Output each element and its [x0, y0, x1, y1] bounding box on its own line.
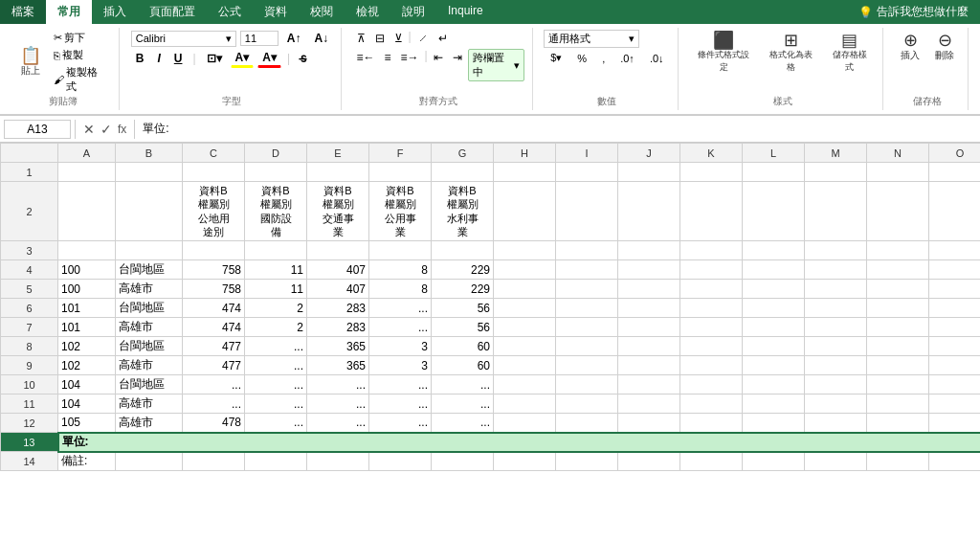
cell-b2[interactable] — [116, 182, 183, 241]
cell-h4[interactable] — [494, 260, 556, 280]
col-header-l[interactable]: L — [743, 144, 805, 163]
cell-l8[interactable] — [743, 337, 805, 356]
conditional-format-button[interactable]: ⬛ 條件式格式設定 — [690, 30, 758, 76]
cell-i8[interactable] — [556, 337, 618, 356]
tab-data[interactable]: 資料 — [253, 0, 299, 24]
cell-b6[interactable]: 台閩地區 — [116, 299, 183, 318]
cell-j7[interactable] — [618, 318, 680, 337]
cell-e9[interactable]: 365 — [307, 356, 369, 375]
row-header-10[interactable]: 10 — [1, 375, 58, 394]
cell-c2[interactable]: 資料B 權屬別 公地用 途別 — [183, 182, 245, 241]
cell-j2[interactable] — [618, 182, 680, 241]
cell-h8[interactable] — [494, 337, 556, 356]
row-header-1[interactable]: 1 — [1, 163, 58, 182]
cell-a2[interactable] — [58, 182, 116, 241]
tab-insert[interactable]: 插入 — [92, 0, 138, 24]
cell-k9[interactable] — [680, 356, 743, 375]
cell-b4[interactable]: 台閩地區 — [116, 260, 183, 280]
cell-e1[interactable] — [307, 163, 369, 182]
cell-d10[interactable]: ... — [245, 375, 307, 394]
cell-f4[interactable]: 8 — [369, 260, 432, 280]
wrap-text-button[interactable]: ↵ — [434, 30, 452, 47]
cell-b10[interactable]: 台閩地區 — [116, 375, 183, 394]
cell-n7[interactable] — [867, 318, 929, 337]
cell-m8[interactable] — [805, 337, 867, 356]
cell-d6[interactable]: 2 — [245, 299, 307, 318]
tab-review[interactable]: 校閱 — [299, 0, 345, 24]
col-header-g[interactable]: G — [432, 144, 494, 163]
text-angle-button[interactable]: ⟋ — [413, 30, 433, 47]
cell-i2[interactable] — [556, 182, 618, 241]
cell-n11[interactable] — [867, 394, 929, 414]
cell-a11[interactable]: 104 — [58, 394, 116, 414]
row-header-14[interactable]: 14 — [1, 452, 58, 471]
row-header-13[interactable]: 13 — [1, 433, 58, 452]
cell-b8[interactable]: 台閩地區 — [116, 337, 183, 356]
cell-d11[interactable]: ... — [245, 394, 307, 414]
cell-k6[interactable] — [680, 299, 743, 318]
col-header-i[interactable]: I — [556, 144, 618, 163]
cell-e7[interactable]: 283 — [307, 318, 369, 337]
row-header-2[interactable]: 2 — [1, 182, 58, 241]
cell-i5[interactable] — [556, 280, 618, 299]
cell-h11[interactable] — [494, 394, 556, 414]
cell-o14[interactable] — [929, 452, 981, 471]
tab-formulas[interactable]: 公式 — [207, 0, 253, 24]
cell-n6[interactable] — [867, 299, 929, 318]
cell-d2[interactable]: 資料B 權屬別 國防設 備 — [245, 182, 307, 241]
cell-f2[interactable]: 資料B 權屬別 公用事 業 — [369, 182, 432, 241]
cell-g7[interactable]: 56 — [432, 318, 494, 337]
cell-c11[interactable]: ... — [183, 394, 245, 414]
cancel-formula-icon[interactable]: ✕ — [83, 122, 95, 137]
cell-a4[interactable]: 100 — [58, 260, 116, 280]
bold-button[interactable]: B — [131, 50, 149, 67]
align-right-button[interactable]: ≡→ — [397, 49, 423, 81]
cell-f3[interactable] — [369, 241, 432, 260]
cell-h2[interactable] — [494, 182, 556, 241]
cell-j5[interactable] — [618, 280, 680, 299]
cell-d1[interactable] — [245, 163, 307, 182]
cell-e8[interactable]: 365 — [307, 337, 369, 356]
cell-i14[interactable] — [556, 452, 618, 471]
tab-inquire[interactable]: Inquire — [436, 0, 495, 24]
cell-e3[interactable] — [307, 241, 369, 260]
cell-g8[interactable]: 60 — [432, 337, 494, 356]
cell-k11[interactable] — [680, 394, 743, 414]
cell-l10[interactable] — [743, 375, 805, 394]
cell-o6[interactable] — [929, 299, 981, 318]
row-header-8[interactable]: 8 — [1, 337, 58, 356]
cell-h3[interactable] — [494, 241, 556, 260]
cell-a3[interactable] — [58, 241, 116, 260]
cell-n5[interactable] — [867, 280, 929, 299]
cell-f7[interactable]: ... — [369, 318, 432, 337]
cell-o2[interactable] — [929, 182, 981, 241]
row-header-4[interactable]: 4 — [1, 260, 58, 280]
cell-c5[interactable]: 758 — [183, 280, 245, 299]
cell-k7[interactable] — [680, 318, 743, 337]
cell-n12[interactable] — [867, 414, 929, 433]
cell-f1[interactable] — [369, 163, 432, 182]
cell-i1[interactable] — [556, 163, 618, 182]
cell-e11[interactable]: ... — [307, 394, 369, 414]
cell-b12[interactable]: 高雄市 — [116, 414, 183, 433]
cell-d12[interactable]: ... — [245, 414, 307, 433]
cell-g6[interactable]: 56 — [432, 299, 494, 318]
row-header-7[interactable]: 7 — [1, 318, 58, 337]
copy-button[interactable]: ⎘ 複製 — [50, 47, 111, 63]
spreadsheet-container[interactable]: A B C D E F G H I J K L M N O P Q — [0, 143, 980, 541]
cell-c3[interactable] — [183, 241, 245, 260]
cell-g9[interactable]: 60 — [432, 356, 494, 375]
cell-g4[interactable]: 229 — [432, 260, 494, 280]
cell-g3[interactable] — [432, 241, 494, 260]
font-name-dropdown[interactable]: Calibri ▾ — [131, 31, 236, 47]
cell-l14[interactable] — [743, 452, 805, 471]
cell-o7[interactable] — [929, 318, 981, 337]
underline-button[interactable]: U — [169, 50, 188, 67]
cell-m14[interactable] — [805, 452, 867, 471]
cell-m2[interactable] — [805, 182, 867, 241]
cell-n3[interactable] — [867, 241, 929, 260]
cell-g12[interactable]: ... — [432, 414, 494, 433]
italic-button[interactable]: I — [152, 50, 165, 67]
cell-c8[interactable]: 477 — [183, 337, 245, 356]
cell-o12[interactable] — [929, 414, 981, 433]
